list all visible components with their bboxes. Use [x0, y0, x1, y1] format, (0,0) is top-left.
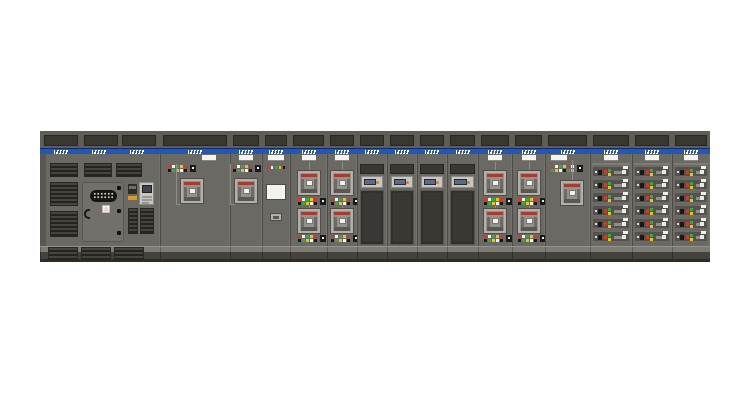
nameplate	[335, 155, 349, 161]
id-tag	[701, 166, 706, 169]
louver-vent	[50, 163, 78, 177]
breaker-label-strip	[521, 212, 537, 215]
roof-strip	[160, 131, 230, 148]
status-dot	[595, 223, 597, 225]
section-dual-breaker-bay-3	[478, 131, 512, 262]
door-handle	[84, 209, 90, 219]
section-control-door-3	[417, 131, 447, 262]
blank-door	[360, 190, 384, 245]
cabinet-body	[417, 154, 447, 246]
indicator-light	[650, 234, 653, 237]
indicator-light	[298, 239, 301, 242]
hmi-panel	[361, 176, 383, 188]
indicator-cluster	[298, 235, 317, 242]
aux-block	[680, 170, 684, 175]
roof-vent	[481, 135, 509, 146]
breaker-base-strip	[521, 189, 537, 193]
roof-strip	[512, 131, 545, 148]
nameplate	[268, 155, 284, 161]
indicator-light	[650, 169, 653, 172]
nameplate	[239, 155, 253, 161]
conduit-line	[176, 204, 181, 205]
indicator-row	[484, 202, 503, 205]
hmi-screen	[394, 179, 406, 185]
indicator-light	[518, 202, 521, 205]
nameplate	[202, 155, 216, 161]
indicator-light	[302, 239, 305, 242]
indicator-row	[518, 198, 537, 201]
switch-handle-tip	[622, 222, 626, 226]
id-tag	[623, 192, 628, 195]
louver-vent	[81, 247, 111, 260]
indicator-light	[184, 169, 187, 172]
indicator-light	[306, 198, 309, 201]
circuit-breaker-unit	[297, 208, 321, 234]
aux-block	[680, 235, 684, 240]
breaker-label-strip	[521, 174, 537, 177]
indicator-light	[306, 239, 309, 242]
breaker-base-strip	[301, 189, 317, 193]
indicator-light	[646, 196, 649, 200]
switch-handle-tip	[662, 235, 666, 239]
aux-switch-dot	[322, 237, 324, 239]
hinge-dot	[117, 231, 121, 235]
cabinet-body	[672, 154, 710, 246]
indicator-light	[650, 208, 653, 211]
id-tag	[701, 218, 706, 221]
indicator-light	[551, 165, 554, 168]
switch-handle-tip	[700, 170, 704, 174]
cabinet-body	[357, 154, 387, 246]
indicator-light	[184, 165, 187, 168]
feeder-unit-row	[634, 218, 670, 229]
roof-vent	[360, 135, 384, 146]
indicator-cluster	[298, 198, 317, 205]
plinth-base	[478, 252, 512, 262]
switch-handle-tip	[662, 170, 666, 174]
indicator-light	[492, 198, 495, 201]
indicator-light	[650, 212, 653, 215]
indicator-light	[690, 169, 693, 172]
hmi-screen	[142, 185, 152, 193]
indicator-light	[518, 198, 521, 201]
switch-handle-tip	[662, 183, 666, 187]
breaker-rating-chip	[306, 180, 313, 186]
indicator-light	[343, 202, 346, 205]
hmi-panel	[391, 176, 413, 188]
indicator-light	[347, 198, 350, 201]
conduit-line	[309, 162, 310, 170]
indicator-light	[335, 239, 338, 242]
nameplate	[604, 155, 618, 161]
status-dot	[637, 184, 639, 186]
indicator-light	[690, 195, 693, 198]
roof-vent	[635, 135, 669, 146]
cabinet-body	[230, 154, 262, 246]
indicator-row	[518, 235, 537, 238]
aux-block	[680, 222, 684, 227]
aux-block	[680, 196, 684, 201]
breaker-base-strip	[238, 197, 254, 201]
indicator-row	[518, 239, 537, 242]
hinge-dot	[117, 209, 121, 213]
indicator-light	[241, 169, 244, 172]
indicator-light	[314, 202, 317, 205]
hmi-keypad-line	[142, 199, 152, 201]
indicator-light	[314, 239, 317, 242]
indicator-light	[496, 198, 499, 201]
indicator-light	[518, 239, 521, 242]
indicator-row	[168, 165, 187, 168]
breaker-escutcheon-oval	[90, 190, 117, 202]
breaker-label-strip	[487, 174, 503, 177]
indicator-light	[500, 198, 503, 201]
aux-block	[640, 222, 644, 227]
hmi-panel	[421, 176, 443, 188]
louver-vent	[84, 163, 112, 177]
aux-device	[270, 213, 282, 221]
indicator-light	[233, 169, 236, 172]
indicator-light	[518, 235, 521, 238]
indicator-light	[650, 238, 653, 241]
aux-block	[598, 235, 602, 240]
plinth-base	[357, 252, 387, 262]
indicator-light	[180, 165, 183, 168]
status-dot	[637, 171, 639, 173]
indicator-light	[608, 169, 611, 172]
